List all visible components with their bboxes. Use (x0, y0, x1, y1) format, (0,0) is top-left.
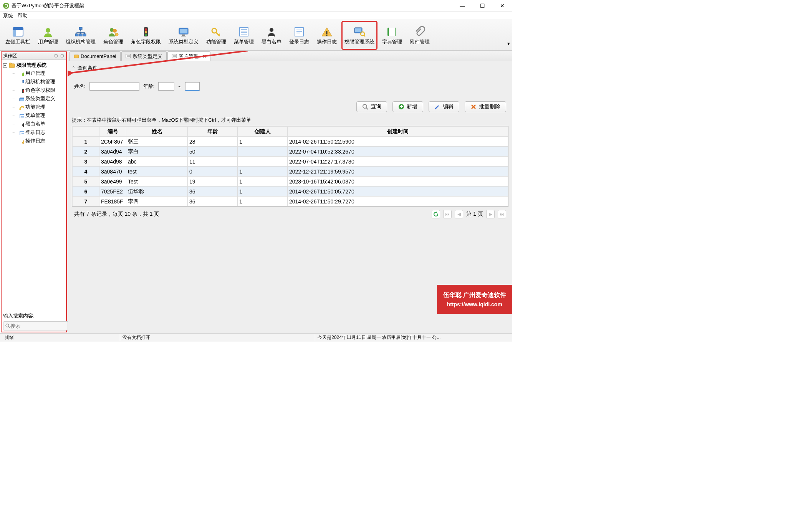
close-button[interactable]: ✕ (495, 1, 509, 10)
warning-icon (320, 25, 333, 38)
svg-rect-72 (172, 54, 177, 58)
age-max-input[interactable] (185, 82, 200, 91)
tree-item[interactable]: ⋯角色字段权限 (2, 86, 65, 94)
form-icon (18, 112, 24, 119)
tree-item[interactable]: ⋯菜单管理 (2, 111, 65, 120)
toolbar-label: 左侧工具栏 (5, 38, 30, 45)
chevron-up-icon: ⌃ (72, 66, 75, 71)
table-row[interactable]: 43a08470test012022-12-21T21:19:59.9570 (73, 167, 508, 177)
table-row[interactable]: 53a0e499Test1912023-10-16T15:42:06.0370 (73, 177, 508, 187)
svg-point-9 (113, 29, 117, 33)
toolbar-form[interactable]: 菜单管理 (232, 21, 256, 49)
svg-point-39 (22, 73, 24, 76)
dict-icon (386, 25, 399, 38)
menu-system[interactable]: 系统 (3, 12, 13, 19)
refresh-button[interactable] (432, 210, 440, 218)
menu-help[interactable]: 帮助 (18, 12, 28, 19)
toolbar-user[interactable]: 用户管理 (36, 21, 60, 49)
svg-point-75 (363, 104, 367, 108)
pencil-icon (434, 104, 440, 110)
svg-rect-20 (240, 28, 248, 36)
toolbar-key[interactable]: 功能管理 (204, 21, 228, 49)
toolbar-panel[interactable]: 左侧工具栏 (3, 21, 33, 49)
role-icon (107, 25, 120, 38)
data-table[interactable]: 编号姓名年龄创建人创建时间 12C5F867张三2812014-02-26T11… (72, 126, 508, 207)
edit-button[interactable]: 编辑 (429, 101, 459, 112)
tree-item[interactable]: ⋯系统类型定义 (2, 94, 65, 103)
column-header[interactable] (73, 127, 99, 137)
tab[interactable]: DocumentPanel (70, 51, 121, 61)
title-bar: 基于WxPython的跨平台开发框架 — ☐ ✕ (0, 0, 512, 12)
toolbar-label: 功能管理 (206, 38, 226, 45)
tree-expand-toggle[interactable]: − (3, 63, 7, 68)
table-row[interactable]: 7FE8185F李四3612014-02-26T11:50:29.7270 (73, 197, 508, 207)
delete-button[interactable]: 批量删除 (465, 101, 506, 112)
toolbar-monitor[interactable]: 系统类型定义 (166, 21, 201, 49)
toolbar-dict[interactable]: 字典管理 (380, 21, 404, 49)
tab-close-icon[interactable]: ✕ (202, 54, 206, 59)
tree-root-label[interactable]: 权限管理系统 (17, 62, 46, 69)
window-title: 基于WxPython的跨平台开发框架 (12, 2, 455, 9)
left-panel-collapse[interactable]: ▢ (53, 53, 58, 59)
svg-rect-64 (24, 143, 24, 144)
table-row[interactable]: 67025FE2伍华聪3612014-02-26T11:50:05.7270 (73, 187, 508, 197)
tab-icon (126, 54, 131, 59)
magnifier-icon (362, 104, 368, 110)
age-min-input[interactable] (158, 82, 174, 91)
prev-page-button[interactable]: ◀ (455, 210, 463, 218)
maximize-button[interactable]: ☐ (475, 1, 489, 10)
column-header[interactable]: 编号 (99, 127, 126, 137)
key-icon (18, 104, 24, 110)
column-header[interactable]: 创建人 (238, 127, 288, 137)
tree-item[interactable]: ⋯用户管理 (2, 69, 65, 78)
tab[interactable]: 客户管理✕ (167, 51, 210, 61)
toolbar-attachment[interactable]: 附件管理 (407, 21, 432, 49)
tree-item-label: 功能管理 (25, 104, 45, 111)
tree-item[interactable]: ⋯登录日志 (2, 128, 65, 137)
toolbar-role[interactable]: 角色管理 (101, 21, 126, 49)
permsys-icon (353, 25, 366, 38)
toolbar-traffic[interactable]: 角色字段权限 (129, 21, 163, 49)
search-input[interactable] (10, 323, 75, 329)
tree-item[interactable]: ⋯黑白名单 (2, 120, 65, 128)
svg-rect-5 (75, 34, 78, 36)
table-row[interactable]: 23a04d94李白502022-07-04T10:52:33.2670 (73, 147, 508, 157)
toolbar-permsys[interactable]: 权限管理系统 (342, 21, 377, 49)
column-header[interactable]: 姓名 (126, 127, 188, 137)
org-icon (74, 25, 87, 38)
tree-item-label: 系统类型定义 (25, 95, 55, 102)
tree-item-label: 组织机构管理 (25, 78, 55, 85)
tree-item[interactable]: ⋯组织机构管理 (2, 78, 65, 86)
column-header[interactable]: 年龄 (188, 127, 238, 137)
svg-point-12 (145, 28, 147, 31)
query-section-header[interactable]: ⌃ 查询条件 (72, 63, 508, 73)
first-page-button[interactable]: ⏮ (443, 210, 452, 218)
name-input[interactable] (89, 82, 139, 91)
toolbar-blacklist[interactable]: 黑白名单 (259, 21, 284, 49)
table-row[interactable]: 12C5F867张三2812014-02-26T11:50:22.5900 (73, 137, 508, 147)
column-header[interactable]: 创建时间 (288, 127, 508, 137)
search-button[interactable]: 查询 (356, 101, 387, 112)
last-page-button[interactable]: ⏭ (498, 210, 506, 218)
status-bar: 就绪 没有文档打开 今天是2024年11月11日 星期一 农历甲辰[龙]年十月十… (0, 333, 512, 342)
minimize-button[interactable]: — (455, 1, 469, 10)
toolbar-overflow[interactable]: ▾ (506, 22, 511, 49)
tree-item[interactable]: ⋯功能管理 (2, 103, 65, 111)
next-page-button[interactable]: ▶ (486, 210, 495, 218)
svg-rect-49 (20, 99, 24, 101)
svg-rect-68 (74, 55, 79, 58)
table-hint: 提示：在表格中按鼠标右键可弹出菜单，MacOS下需同时按下Ctrl，才可弹出菜单 (72, 116, 508, 126)
toolbar-log[interactable]: 登录日志 (287, 21, 311, 49)
add-button[interactable]: 新增 (392, 101, 423, 112)
left-panel-toggle[interactable]: ▢ (59, 53, 65, 59)
svg-point-14 (145, 34, 147, 36)
tree-item[interactable]: ⋯操作日志 (2, 137, 65, 145)
left-panel-title: 操作区 (3, 53, 52, 59)
svg-rect-16 (180, 29, 187, 33)
tab[interactable]: 系统类型定义 (121, 51, 167, 61)
svg-rect-18 (181, 36, 186, 36)
toolbar-org[interactable]: 组织机构管理 (63, 21, 98, 49)
table-row[interactable]: 33a04d98abc112022-07-04T12:27:17.3730 (73, 157, 508, 167)
form-icon (237, 25, 250, 38)
toolbar-warning[interactable]: 操作日志 (315, 21, 339, 49)
